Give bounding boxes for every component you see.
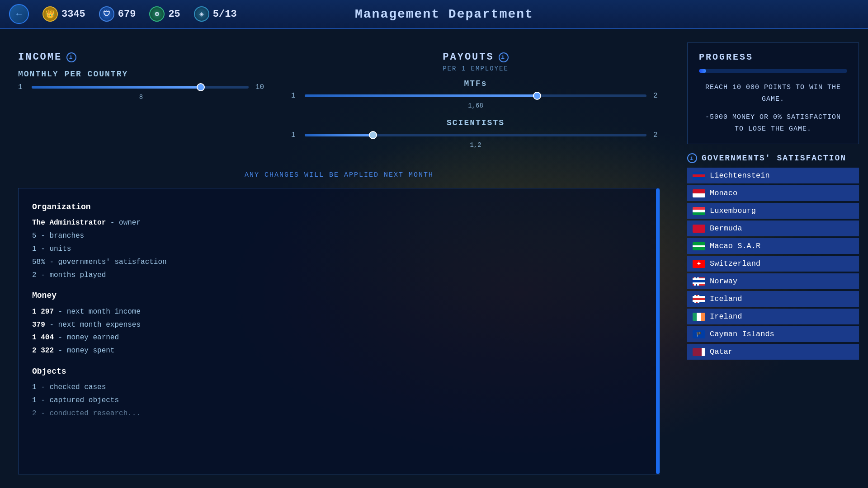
country-name: Luxembourg — [710, 206, 756, 215]
country-name: Norway — [710, 277, 737, 286]
country-name: Macao S.A.R — [710, 242, 760, 250]
info-panel: Organization The Administrator - owner 5… — [18, 188, 660, 474]
income-slider-row: 1 10 — [18, 83, 264, 91]
crown-icon: 👑 — [42, 6, 58, 22]
shield-icon: 🛡 — [99, 6, 114, 22]
stat-shield: 🛡 679 — [99, 6, 136, 22]
scientists-slider-row: 1 2 — [291, 131, 660, 139]
country-name: Liechtenstein — [710, 171, 770, 180]
earned-line: 1 404 - money earned — [32, 331, 646, 344]
country-name: Ireland — [710, 312, 742, 321]
list-item[interactable]: Bermuda — [687, 221, 859, 236]
mtfs-slider-container: MTFs 1 2 1,68 — [291, 79, 660, 109]
progress-bar-fill — [699, 69, 706, 73]
payouts-header: PAYOUTS i — [291, 52, 660, 63]
mtfs-fill — [305, 94, 537, 97]
topbar: ← 👑 3345 🛡 679 ⊕ 25 ◈ 5/13 Management De… — [0, 0, 868, 29]
flag-bermuda — [693, 225, 705, 233]
flag-luxembourg — [693, 207, 705, 215]
list-item[interactable]: Monaco — [687, 185, 859, 201]
right-panel: PROGRESS REACH 10 000 POINTS TO WIN THE … — [678, 29, 868, 488]
scientists-thumb[interactable] — [369, 131, 377, 139]
scientists-min: 1 — [291, 131, 298, 139]
income-slider-thumb[interactable] — [197, 83, 205, 91]
captured-line: 1 - captured objects — [32, 394, 646, 407]
income-min-label: 1 — [18, 83, 25, 91]
mtfs-slider-row: 1 2 — [291, 92, 660, 100]
list-item[interactable]: Macao S.A.R — [687, 238, 859, 254]
country-name: Bermuda — [710, 224, 742, 233]
country-name: Iceland — [710, 295, 742, 303]
flag-cayman: 🏴 — [693, 330, 705, 338]
progress-lose-text: -5000 MONEY OR 0% SATISFACTION TO LOSE T… — [699, 112, 847, 135]
admin-line: The Administrator - owner — [32, 216, 646, 230]
satisfaction-info-icon[interactable]: i — [687, 153, 697, 163]
income-payouts-row: INCOME i MONTHLY PER COUNTRY 1 10 — [18, 42, 660, 158]
country-name: Switzerland — [710, 259, 760, 268]
progress-section: PROGRESS REACH 10 000 POINTS TO WIN THE … — [687, 42, 859, 144]
flag-monaco — [693, 189, 705, 197]
mtfs-slider-wrapper — [305, 94, 646, 97]
months-line: 2 - months played — [32, 269, 646, 282]
flag-switzerland: + — [693, 260, 705, 268]
units-line: 1 - units — [32, 243, 646, 256]
flag-macao — [693, 242, 705, 250]
admin-suffix: - owner — [110, 219, 141, 227]
payouts-subtitle: PER 1 EMPLOYEE — [291, 65, 660, 72]
satisfaction-scroll: Liechtenstein Monaco Luxembourg Bermuda — [687, 168, 859, 360]
diamond-value: 5/13 — [213, 9, 237, 20]
changes-notice: ANY CHANGES WILL BE APPLIED NEXT MONTH — [18, 171, 660, 179]
income-title: INCOME — [18, 52, 62, 63]
satisfaction-list: Liechtenstein Monaco Luxembourg Bermuda — [687, 168, 859, 360]
diamond-icon: ◈ — [194, 6, 209, 22]
satisfaction-header: i GOVERNMENTS' SATISFACTION — [687, 153, 859, 163]
list-item[interactable]: 🏴 Cayman Islands — [687, 326, 859, 342]
scientists-label: SCIENTISTS — [291, 118, 660, 127]
income-section: INCOME i MONTHLY PER COUNTRY 1 10 — [18, 52, 264, 101]
checked-cases-line: 1 - checked cases — [32, 381, 646, 394]
progress-bar-container — [699, 69, 847, 73]
main-content: INCOME i MONTHLY PER COUNTRY 1 10 — [0, 29, 868, 488]
scientists-track — [305, 134, 646, 136]
left-panel: INCOME i MONTHLY PER COUNTRY 1 10 — [0, 29, 678, 488]
list-item[interactable]: Luxembourg — [687, 203, 859, 219]
country-name: Cayman Islands — [710, 330, 774, 338]
scientists-max: 2 — [653, 131, 660, 139]
payouts-info-icon[interactable]: i — [499, 52, 509, 62]
list-item[interactable]: Norway — [687, 273, 859, 289]
satisfaction-title: GOVERNMENTS' SATISFACTION — [702, 154, 846, 163]
branches-line: 5 - branches — [32, 230, 646, 243]
list-item[interactable]: Ireland — [687, 309, 859, 324]
flag-qatar — [693, 348, 705, 356]
mtfs-max: 2 — [653, 92, 660, 100]
list-item[interactable]: Liechtenstein — [687, 168, 859, 183]
country-name: Monaco — [710, 189, 737, 197]
stat-crown: 👑 3345 — [42, 6, 85, 22]
money-title: Money — [32, 288, 646, 303]
flag-liechtenstein — [693, 172, 705, 180]
scientists-value: 1,2 — [291, 141, 660, 149]
income-max-label: 10 — [255, 83, 264, 91]
expenses-next-line: 379 - next month expenses — [32, 319, 646, 332]
payouts-section: PAYOUTS i PER 1 EMPLOYEE MTFs 1 — [291, 52, 660, 149]
topbar-left: ← 👑 3345 🛡 679 ⊕ 25 ◈ 5/13 — [9, 4, 237, 24]
country-name: Qatar — [710, 347, 733, 356]
income-header: INCOME i — [18, 52, 264, 63]
flag-norway — [693, 277, 705, 286]
mtfs-thumb[interactable] — [533, 92, 541, 100]
back-button[interactable]: ← — [9, 4, 29, 24]
target-value: 25 — [168, 9, 180, 20]
income-next-line: 1 297 - next month income — [32, 305, 646, 319]
mtfs-value: 1,68 — [291, 102, 660, 109]
progress-reach-text: REACH 10 000 POINTS TO WIN THE GAME. — [699, 82, 847, 105]
organization-title: Organization — [32, 200, 646, 214]
satisfaction-line: 58% - governments' satisfaction — [32, 256, 646, 269]
income-slider-wrapper — [32, 86, 249, 89]
list-item[interactable]: + Switzerland — [687, 256, 859, 272]
flag-ireland — [693, 313, 705, 321]
income-info-icon[interactable]: i — [66, 52, 76, 62]
list-item[interactable]: Qatar — [687, 344, 859, 360]
page-title: Management Department — [237, 7, 652, 21]
list-item[interactable]: Iceland — [687, 291, 859, 307]
satisfaction-section: i GOVERNMENTS' SATISFACTION Liechtenstei… — [687, 153, 859, 474]
